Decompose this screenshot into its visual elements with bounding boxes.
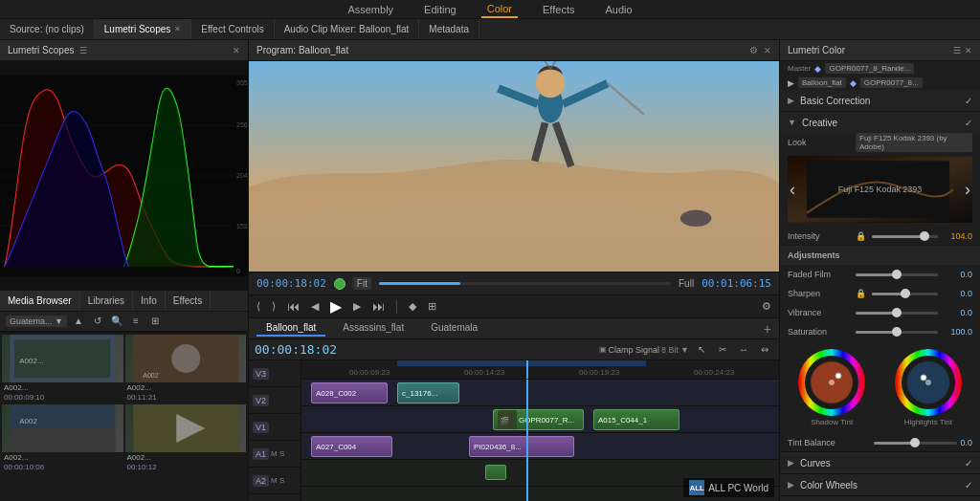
monitor-close-icon[interactable]: ✕ bbox=[764, 46, 771, 55]
saturation-slider[interactable] bbox=[856, 331, 938, 334]
clip-gopr0077[interactable]: 🎬 GOPR0077_R... bbox=[493, 409, 584, 430]
thumbnail-item-2[interactable]: A002 A002... 00:11:21 bbox=[125, 335, 247, 403]
timeline-tab-assassins[interactable]: Assassins_flat bbox=[333, 320, 413, 337]
lut-next-btn[interactable]: › bbox=[965, 180, 970, 200]
shadow-tint-wheel[interactable] bbox=[798, 349, 865, 416]
clip-a027[interactable]: A027_C004 bbox=[311, 436, 392, 457]
mb-up-icon[interactable]: ▲ bbox=[71, 314, 86, 329]
clip-name[interactable]: Balloon_flat bbox=[798, 77, 846, 88]
nav-assembly[interactable]: Assembly bbox=[342, 2, 399, 17]
nav-editing[interactable]: Editing bbox=[418, 2, 462, 17]
tl-tool-select[interactable]: ↖ bbox=[693, 341, 710, 359]
btn-step-fwd[interactable]: ▶ bbox=[353, 300, 361, 313]
look-row: Look Fuji F125 Kodak 2393 (by Adobe) bbox=[780, 133, 980, 152]
timeline-tab-guatemala[interactable]: Guatemala bbox=[421, 320, 487, 337]
clip-a015[interactable]: A015_C044_1 bbox=[593, 409, 679, 430]
timeline-panel: Balloon_flat Assassins_flat Guatemala + … bbox=[249, 317, 779, 501]
mb-grid-icon[interactable]: ⊞ bbox=[147, 314, 163, 329]
tl-tool-slip[interactable]: ⇔ bbox=[756, 341, 773, 359]
look-value[interactable]: Fuji F125 Kodak 2393 (by Adobe) bbox=[856, 133, 972, 152]
creative-check-icon[interactable]: ✓ bbox=[965, 118, 972, 128]
tl-tool-razor[interactable]: ✂ bbox=[714, 341, 731, 359]
clip-a028[interactable]: A028_C002 bbox=[311, 382, 388, 403]
thumbnail-item-1[interactable]: A002... A002... 00:00:09:10 bbox=[2, 335, 123, 403]
btn-step-back[interactable]: ◀ bbox=[311, 300, 319, 313]
mb-list-icon[interactable]: ≡ bbox=[128, 314, 144, 329]
sharpen-slider[interactable] bbox=[872, 293, 938, 295]
fit-label[interactable]: Fit bbox=[353, 277, 371, 290]
master-clip-name[interactable]: GOPR0077_8_Rande... bbox=[825, 63, 914, 74]
scopes-close-icon[interactable]: ✕ bbox=[233, 46, 240, 55]
creative-section: ▼ Creative ✓ Look Fuji F125 Kodak 2393 (… bbox=[780, 112, 980, 452]
thumbnail-item-4[interactable]: A002... 00:10:12 bbox=[125, 404, 247, 472]
monitor-settings-icon[interactable]: ⚙ bbox=[749, 45, 758, 55]
curves-section: ▶ Curves ✓ bbox=[780, 452, 980, 474]
nav-color[interactable]: Color bbox=[481, 1, 518, 18]
curves-header[interactable]: ▶ Curves ✓ bbox=[780, 452, 980, 473]
color-wheels-header[interactable]: ▶ Color Wheels ✓ bbox=[780, 474, 980, 495]
creative-header[interactable]: ▼ Creative ✓ bbox=[780, 112, 980, 133]
lut-prev-btn[interactable]: ‹ bbox=[790, 180, 795, 200]
basic-correction-header[interactable]: ▶ Basic Correction ✓ bbox=[780, 90, 980, 111]
intensity-slider[interactable] bbox=[872, 235, 938, 238]
btn-rewind[interactable]: ⏮ bbox=[287, 299, 300, 314]
scopes-menu-icon[interactable]: ☰ bbox=[79, 46, 87, 55]
btn-mark-out[interactable]: ⟩ bbox=[272, 300, 276, 313]
btn-export[interactable]: ⊞ bbox=[428, 300, 436, 313]
btn-settings[interactable]: ⚙ bbox=[762, 300, 771, 313]
tl-tool-ripple[interactable]: ↔ bbox=[735, 341, 752, 359]
color-wheels-check-icon[interactable]: ✓ bbox=[965, 480, 972, 490]
track-v2: 🎬 GOPR0077_R... A015_C044_1 bbox=[301, 406, 779, 433]
mb-tab-media[interactable]: Media Browser bbox=[0, 291, 80, 311]
lumetri-scopes-tab[interactable]: Lumetri Scopes ✕ bbox=[95, 19, 191, 39]
thumbnail-item-3[interactable]: A002 A002... 00:00:10:06 bbox=[2, 404, 123, 472]
svg-point-24 bbox=[536, 69, 565, 98]
mb-tab-libraries[interactable]: Libraries bbox=[80, 291, 133, 311]
watermark-logo: ALL bbox=[689, 480, 704, 495]
mb-dropdown[interactable]: Guatema... ▼ bbox=[6, 316, 67, 327]
playback-progress[interactable] bbox=[379, 282, 671, 285]
color-wheels-label: Color Wheels bbox=[800, 480, 858, 490]
nav-audio[interactable]: Audio bbox=[599, 2, 637, 17]
clip-c13176[interactable]: c_13176... bbox=[397, 382, 459, 403]
highlight-tint-wheel[interactable] bbox=[895, 349, 962, 416]
clip-pi020436[interactable]: PI020436_8... bbox=[469, 436, 574, 457]
lut-preview: Fuji F125 Kodak 2393 ‹ › bbox=[788, 156, 972, 223]
full-label[interactable]: Full bbox=[679, 278, 694, 289]
clip-audio-1[interactable] bbox=[485, 465, 506, 480]
mb-tab-info[interactable]: Info bbox=[133, 291, 166, 311]
btn-ffwd[interactable]: ⏭ bbox=[372, 299, 385, 314]
timeline-ruler: 00:00:09:23 00:00:14:23 00:00:19:23 00:0… bbox=[301, 360, 779, 380]
track-label-v2: V2 bbox=[249, 387, 301, 414]
audio-clip-mixer-tab[interactable]: Audio Clip Mixer: Balloon_flat bbox=[275, 19, 420, 39]
curves-check-icon[interactable]: ✓ bbox=[965, 458, 972, 468]
mb-tab-effects[interactable]: Effects bbox=[166, 291, 211, 311]
btn-play[interactable]: ▶ bbox=[330, 297, 342, 316]
add-sequence-btn[interactable]: + bbox=[764, 321, 771, 337]
mb-refresh-icon[interactable]: ↺ bbox=[90, 314, 105, 329]
effect-controls-tab[interactable]: Effect Controls bbox=[191, 19, 274, 39]
intensity-lock-icon[interactable]: 🔒 bbox=[856, 231, 866, 241]
metadata-tab[interactable]: Metadata bbox=[419, 19, 479, 39]
btn-add-marker[interactable]: ◆ bbox=[409, 300, 416, 313]
timeline-timecode[interactable]: 00:00:18:02 bbox=[255, 342, 337, 357]
vibrance-slider[interactable] bbox=[856, 312, 938, 315]
clip-detail-name[interactable]: GOPR0077_8... bbox=[860, 77, 923, 88]
nav-effects[interactable]: Effects bbox=[537, 2, 580, 17]
faded-film-slider[interactable] bbox=[856, 273, 938, 276]
clamp-settings-icon[interactable]: ▼ bbox=[680, 345, 689, 355]
lc-menu-icon[interactable]: ☰ bbox=[953, 46, 961, 55]
svg-text:355: 355 bbox=[236, 79, 248, 86]
creative-label: Creative bbox=[802, 118, 837, 128]
mb-search-icon[interactable]: 🔍 bbox=[109, 314, 124, 329]
ruler-playhead bbox=[526, 360, 528, 380]
timeline-tab-balloon[interactable]: Balloon_flat bbox=[256, 320, 325, 337]
tint-balance-slider[interactable] bbox=[874, 442, 956, 445]
source-panel-tab[interactable]: Source: (no clips) bbox=[0, 19, 95, 39]
scopes-svg: 355 256 204 153 0 bbox=[0, 61, 248, 291]
vignette-header[interactable]: ▶ Vignette ✓ bbox=[780, 496, 980, 501]
btn-mark-in[interactable]: ⟨ bbox=[256, 300, 260, 313]
close-icon[interactable]: ✕ bbox=[174, 25, 181, 33]
basic-check-icon[interactable]: ✓ bbox=[965, 96, 972, 106]
lc-close-icon[interactable]: ✕ bbox=[965, 46, 972, 55]
